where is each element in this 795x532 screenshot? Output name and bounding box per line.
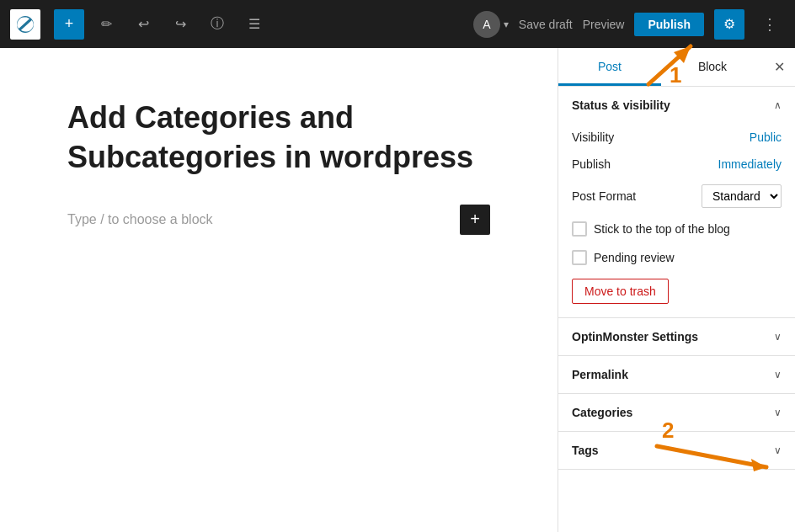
publish-value[interactable]: Immediately xyxy=(718,157,782,171)
stick-to-top-row: Stick to the top of the blog xyxy=(572,215,782,243)
visibility-label: Visibility xyxy=(572,130,614,144)
add-block-inline-button[interactable]: + xyxy=(460,205,490,235)
publish-row: Publish Immediately xyxy=(572,151,782,178)
tab-post[interactable]: Post xyxy=(558,48,661,86)
edit-button[interactable]: ✏ xyxy=(91,9,121,40)
tags-chevron-icon: ∨ xyxy=(774,444,782,456)
list-icon: ☰ xyxy=(248,16,260,32)
toolbar: + ✏ ↩ ↪ ⓘ ☰ A ▾ Save draft Preview Publi… xyxy=(0,0,795,48)
post-format-select[interactable]: Standard Aside Image Video Quote Link Ga… xyxy=(702,184,782,208)
optinmonster-toggle[interactable]: OptinMonster Settings ∨ xyxy=(558,318,795,355)
pending-review-row: Pending review xyxy=(572,243,782,272)
categories-chevron-icon: ∨ xyxy=(774,407,782,418)
optinmonster-title: OptinMonster Settings xyxy=(572,330,698,343)
post-format-row: Post Format Standard Aside Image Video Q… xyxy=(572,178,782,215)
ellipsis-icon: ⋮ xyxy=(762,15,777,34)
avatar-button[interactable]: A ▾ xyxy=(473,11,509,38)
optinmonster-chevron-icon: ∨ xyxy=(774,331,782,343)
toolbar-right: A ▾ Save draft Preview Publish ⚙ ⋮ xyxy=(473,9,785,40)
status-visibility-toggle[interactable]: Status & visibility ∧ xyxy=(558,87,795,124)
avatar-chevron-icon: ▾ xyxy=(504,19,509,30)
optinmonster-section: OptinMonster Settings ∨ xyxy=(558,318,795,356)
settings-button[interactable]: ⚙ xyxy=(714,9,744,40)
status-visibility-section: Status & visibility ∧ Visibility Public … xyxy=(558,87,795,318)
categories-toggle[interactable]: Categories ∨ xyxy=(558,394,795,431)
tags-toggle[interactable]: Tags ∨ xyxy=(558,432,795,469)
redo-icon: ↪ xyxy=(175,16,186,32)
edit-icon: ✏ xyxy=(101,16,112,32)
pending-review-label: Pending review xyxy=(594,251,675,264)
visibility-value[interactable]: Public xyxy=(750,130,782,144)
gear-icon: ⚙ xyxy=(723,16,735,32)
block-placeholder-text: Type / to choose a block xyxy=(67,212,213,227)
wordpress-logo xyxy=(10,9,40,40)
sidebar-close-button[interactable]: ✕ xyxy=(764,52,795,82)
status-visibility-title: Status & visibility xyxy=(572,98,670,112)
stick-to-top-label: Stick to the top of the blog xyxy=(594,222,730,236)
save-draft-button[interactable]: Save draft xyxy=(519,18,573,31)
post-format-label: Post Format xyxy=(572,189,636,203)
status-visibility-content: Visibility Public Publish Immediately Po… xyxy=(558,124,795,317)
visibility-row: Visibility Public xyxy=(572,124,782,151)
undo-icon: ↩ xyxy=(138,16,149,32)
pending-review-checkbox[interactable] xyxy=(572,250,587,265)
editor-area: Add Categories and Subcategories in word… xyxy=(0,48,558,532)
tab-block[interactable]: Block xyxy=(661,48,764,86)
publish-label: Publish xyxy=(572,157,611,171)
categories-title: Categories xyxy=(572,406,632,419)
stick-to-top-checkbox[interactable] xyxy=(572,221,587,237)
post-title[interactable]: Add Categories and Subcategories in word… xyxy=(67,98,490,178)
info-button[interactable]: ⓘ xyxy=(202,9,232,40)
list-view-button[interactable]: ☰ xyxy=(239,9,269,40)
info-icon: ⓘ xyxy=(211,15,224,33)
publish-button[interactable]: Publish xyxy=(634,13,704,36)
move-to-trash-button[interactable]: Move to trash xyxy=(572,279,669,304)
chevron-up-icon: ∧ xyxy=(774,99,782,111)
permalink-section: Permalink ∨ xyxy=(558,356,795,394)
add-block-button[interactable]: + xyxy=(54,9,84,40)
preview-button[interactable]: Preview xyxy=(583,18,625,31)
categories-section: Categories ∨ xyxy=(558,394,795,432)
sidebar-tabs: Post Block ✕ xyxy=(558,48,795,87)
undo-button[interactable]: ↩ xyxy=(128,9,158,40)
close-icon: ✕ xyxy=(774,60,785,74)
tags-section: Tags ∨ xyxy=(558,432,795,470)
block-placeholder-row: Type / to choose a block + xyxy=(67,205,490,235)
permalink-toggle[interactable]: Permalink ∨ xyxy=(558,356,795,393)
permalink-title: Permalink xyxy=(572,368,628,381)
permalink-chevron-icon: ∨ xyxy=(774,369,782,380)
tags-title: Tags xyxy=(572,444,599,457)
sidebar: Post Block ✕ Status & visibility ∧ Visib… xyxy=(558,48,795,532)
main-area: Add Categories and Subcategories in word… xyxy=(0,48,795,532)
more-options-button[interactable]: ⋮ xyxy=(755,9,785,40)
avatar: A xyxy=(473,11,500,38)
redo-button[interactable]: ↪ xyxy=(165,9,195,40)
